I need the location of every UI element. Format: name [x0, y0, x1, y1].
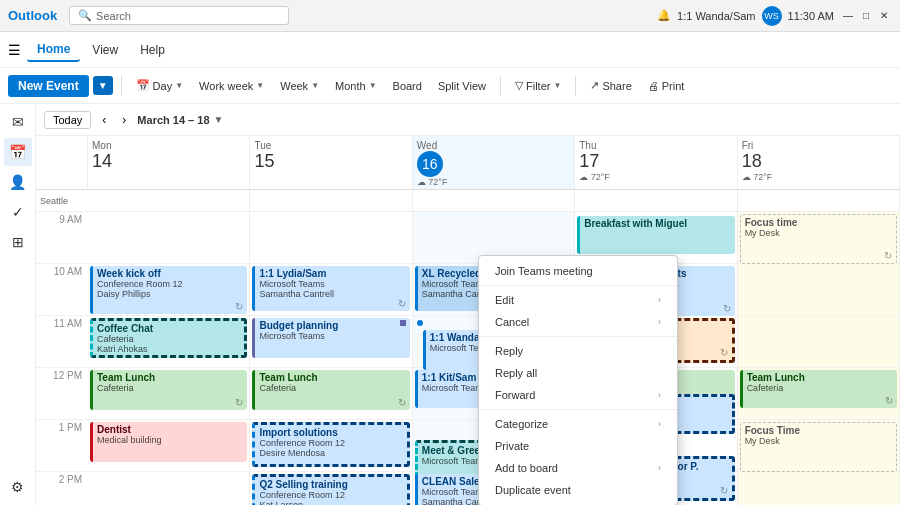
- ctx-forward[interactable]: Forward ›: [479, 384, 677, 406]
- ctx-separator: [479, 285, 677, 286]
- day-header-wed: Wed 16 ☁ 72°F: [413, 136, 575, 189]
- tuesday-events: 1:1 Lydia/Sam Microsoft Teams Samantha C…: [250, 212, 412, 505]
- ctx-add-board[interactable]: Add to board ›: [479, 457, 677, 479]
- week-title: March 14 – 18 ▼: [137, 114, 223, 126]
- time-2pm: 2 PM: [36, 472, 88, 505]
- next-week-button[interactable]: ›: [117, 111, 131, 129]
- refresh-icon: ↻: [885, 395, 893, 406]
- window-controls: — □ ✕: [840, 8, 892, 24]
- ctx-join-teams[interactable]: Join Teams meeting: [479, 260, 677, 282]
- time-12pm: 12 PM: [36, 368, 88, 420]
- prev-week-button[interactable]: ‹: [97, 111, 111, 129]
- refresh-icon: ↻: [723, 303, 731, 314]
- day-header-mon: Mon 14: [88, 136, 250, 189]
- work-week-button[interactable]: Work week ▼: [193, 77, 270, 95]
- today-button[interactable]: Today: [44, 111, 91, 129]
- search-bar[interactable]: 🔍 Search: [69, 6, 289, 25]
- day-header-thu: Thu 17 ☁ 72°F: [575, 136, 737, 189]
- hamburger-icon[interactable]: ☰: [8, 42, 21, 58]
- user-label: 1:1 Wanda/Sam: [677, 10, 755, 22]
- event-focus-time-9[interactable]: Focus time My Desk ↻: [740, 214, 897, 264]
- day-view-button[interactable]: 📅 Day ▼: [130, 76, 189, 95]
- ctx-reply[interactable]: Reply: [479, 340, 677, 362]
- event-11-lydia-sam[interactable]: 1:1 Lydia/Sam Microsoft Teams Samantha C…: [252, 266, 409, 311]
- event-breakfast-miguel[interactable]: Breakfast with Miguel: [577, 216, 734, 254]
- time-1pm: 1 PM: [36, 420, 88, 472]
- event-team-lunch-mon[interactable]: Team Lunch Cafeteria ↻: [90, 370, 247, 410]
- time-10am: 10 AM: [36, 264, 88, 316]
- event-team-lunch-fri[interactable]: Team Lunch Cafeteria ↻: [740, 370, 897, 408]
- sidebar-bottom: ⚙: [4, 473, 32, 501]
- event-focus-time-1[interactable]: Focus Time My Desk: [740, 422, 897, 472]
- seattle-mon: [88, 190, 250, 212]
- search-placeholder: Search: [96, 10, 131, 22]
- toolbar-separator3: [575, 76, 576, 96]
- sidebar-tasks-icon[interactable]: ✓: [4, 198, 32, 226]
- sidebar-settings-icon[interactable]: ⚙: [4, 473, 32, 501]
- split-view-button[interactable]: Split View: [432, 77, 492, 95]
- sidebar-calendar-icon[interactable]: 📅: [4, 138, 32, 166]
- sidebar-apps-icon[interactable]: ⊞: [4, 228, 32, 256]
- event-team-lunch-tue[interactable]: Team Lunch Cafeteria ↻: [252, 370, 409, 410]
- event-week-kickoff[interactable]: Week kick off Conference Room 12 Daisy P…: [90, 266, 247, 314]
- tab-help[interactable]: Help: [130, 39, 175, 61]
- ctx-categorize-arrow: ›: [658, 419, 661, 429]
- teams-dot: [400, 320, 406, 326]
- ctx-duplicate[interactable]: Duplicate event: [479, 479, 677, 501]
- ctx-cancel[interactable]: Cancel ›: [479, 311, 677, 333]
- share-button[interactable]: ↗ Share: [584, 76, 637, 95]
- board-button[interactable]: Board: [387, 77, 428, 95]
- top-bar: Outlook 🔍 Search 🔔 1:1 Wanda/Sam WS 11:3…: [0, 0, 900, 32]
- seattle-cells: [88, 190, 900, 212]
- refresh-icon: ↻: [720, 347, 728, 358]
- event-q2-selling[interactable]: Q2 Selling training Conference Room 12 K…: [252, 474, 409, 505]
- minimize-button[interactable]: —: [840, 8, 856, 24]
- week-title-dropdown[interactable]: ▼: [214, 114, 224, 125]
- calendar-grid: 9 AM 10 AM 11 AM 12 PM 1 PM 2 PM 3 PM We…: [36, 212, 900, 505]
- toolbar-separator: [121, 76, 122, 96]
- maximize-button[interactable]: □: [858, 8, 874, 24]
- user-avatar[interactable]: WS: [762, 6, 782, 26]
- new-event-dropdown[interactable]: ▼: [93, 76, 113, 95]
- ctx-addboard-arrow: ›: [658, 463, 661, 473]
- sidebar-icons: ✉ 📅 👤 ✓ ⊞ ⚙: [0, 104, 36, 505]
- nav-bar: ☰ Home View Help: [0, 32, 900, 68]
- seattle-label: Seattle: [36, 196, 88, 206]
- event-dentist[interactable]: Dentist Medical building: [90, 422, 247, 462]
- ctx-forward-arrow: ›: [658, 390, 661, 400]
- print-button[interactable]: 🖨 Print: [642, 77, 691, 95]
- ctx-private[interactable]: Private: [479, 435, 677, 457]
- event-dot: [417, 320, 423, 326]
- tab-view[interactable]: View: [82, 39, 128, 61]
- top-right-area: 🔔 1:1 Wanda/Sam WS 11:30 AM — □ ✕: [657, 6, 892, 26]
- ctx-edit-arrow: ›: [658, 295, 661, 305]
- event-budget-planning[interactable]: Budget planning Microsoft Teams: [252, 318, 409, 358]
- context-menu: Join Teams meeting Edit › Cancel › Reply…: [478, 255, 678, 505]
- event-coffee-chat[interactable]: Coffee Chat Cafeteria Katri Ahokas: [90, 318, 247, 358]
- day-headers: Mon 14 Tue 15 Wed 16 ☁ 72°F Thu 17 ☁ 72°…: [36, 136, 900, 190]
- ctx-reply-all[interactable]: Reply all: [479, 362, 677, 384]
- close-button[interactable]: ✕: [876, 8, 892, 24]
- toolbar: New Event ▼ 📅 Day ▼ Work week ▼ Week ▼ M…: [0, 68, 900, 104]
- new-event-button[interactable]: New Event: [8, 75, 89, 97]
- event-import-solutions[interactable]: Import solutions Conference Room 12 Desi…: [252, 422, 409, 467]
- sidebar-people-icon[interactable]: 👤: [4, 168, 32, 196]
- friday-events: Focus time My Desk ↻ Team Lunch Cafeteri…: [738, 212, 900, 505]
- ctx-cancel-arrow: ›: [658, 317, 661, 327]
- filter-button[interactable]: ▽ Filter ▼: [509, 76, 567, 95]
- refresh-icon: ↻: [398, 298, 406, 309]
- seattle-thu: [575, 190, 737, 212]
- ctx-edit[interactable]: Edit ›: [479, 289, 677, 311]
- refresh-icon: ↻: [398, 397, 406, 408]
- ctx-categorize[interactable]: Categorize ›: [479, 413, 677, 435]
- notification-icon[interactable]: 🔔: [657, 9, 671, 22]
- refresh-icon: ↻: [235, 397, 243, 408]
- filter-icon: ▽: [515, 79, 523, 92]
- week-button[interactable]: Week ▼: [274, 77, 325, 95]
- share-icon: ↗: [590, 79, 599, 92]
- time-11am: 11 AM: [36, 316, 88, 368]
- tab-home[interactable]: Home: [27, 38, 80, 62]
- day-header-tue: Tue 15: [250, 136, 412, 189]
- sidebar-mail-icon[interactable]: ✉: [4, 108, 32, 136]
- month-button[interactable]: Month ▼: [329, 77, 383, 95]
